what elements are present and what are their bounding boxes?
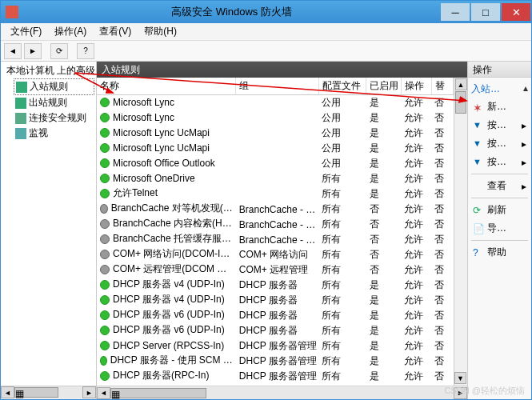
rules-list[interactable]: 名称 组 配置文件 已启用 操作 替 Microsoft Lync公用是允许否M…: [97, 78, 454, 386]
action-filter-profile[interactable]: ▼ 按… ▸: [471, 116, 528, 134]
col-override[interactable]: 替: [431, 78, 453, 95]
forward-button[interactable]: ►: [24, 43, 42, 59]
column-headers[interactable]: 名称 组 配置文件 已启用 操作 替: [97, 78, 454, 95]
vscroll-thumb[interactable]: [455, 91, 466, 114]
tree-root[interactable]: 本地计算机 上的高级: [2, 63, 94, 78]
rules-hscroll-thumb[interactable]: ▦: [110, 388, 206, 398]
action-filter-group[interactable]: ▼ 按… ▸: [471, 153, 528, 171]
tree-monitoring[interactable]: 监视: [14, 126, 94, 141]
col-action[interactable]: 操作: [401, 78, 431, 95]
rule-enabled: 否: [366, 262, 401, 278]
rule-override: 否: [431, 293, 453, 308]
rule-group: [236, 186, 318, 202]
table-row[interactable]: Microsoft Lync公用是允许否: [97, 110, 454, 126]
table-row[interactable]: DHCP 服务器(RPC-In)DHCP 服务器管理所有是允许否: [97, 369, 454, 384]
table-row[interactable]: Microsoft Lync UcMapi公用是允许否: [97, 126, 454, 141]
rule-status-icon: [100, 341, 110, 350]
menubar: 文件(F) 操作(A) 查看(V) 帮助(H): [1, 23, 531, 41]
action-view[interactable]: 查看 ▸: [471, 177, 528, 195]
table-row[interactable]: 允许Telnet所有是允许否: [97, 186, 454, 202]
menu-help[interactable]: 帮助(H): [138, 23, 183, 40]
rule-name: Microsoft Lync: [113, 97, 174, 108]
tree-scroll-thumb[interactable]: ▦: [14, 387, 58, 398]
table-row[interactable]: COM+ 网络访问(DCOM-I…COM+ 网络访问所有否允许否: [97, 247, 454, 262]
table-row[interactable]: Microsoft Office Outlook公用是允许否: [97, 156, 454, 171]
table-row[interactable]: BranchCache 内容检索(H…BranchCache - …所有否允许否: [97, 217, 454, 232]
rule-action: 允许: [401, 95, 431, 111]
col-profile[interactable]: 配置文件: [318, 78, 366, 95]
menu-view[interactable]: 查看(V): [93, 23, 138, 40]
rule-status-icon: [100, 174, 110, 183]
scroll-left-button[interactable]: ◄: [1, 386, 14, 398]
export-icon: 📄: [473, 223, 484, 234]
rules-scroll-left[interactable]: ◄: [97, 387, 110, 399]
tree-outbound-rules[interactable]: 出站规则: [14, 95, 94, 110]
back-button[interactable]: ◄: [4, 43, 22, 59]
table-row[interactable]: Microsoft Lync UcMapi公用是允许否: [97, 141, 454, 156]
rule-status-icon: [100, 219, 110, 229]
rule-action: 允许: [401, 110, 431, 126]
filter-icon: ▼: [473, 120, 484, 131]
rule-status-icon: [100, 356, 107, 366]
table-row[interactable]: Microsoft OneDrive所有是允许否: [97, 171, 454, 186]
rule-profile: 公用: [318, 156, 366, 171]
table-row[interactable]: COM+ 远程管理(DCOM …COM+ 远程管理所有否允许否: [97, 262, 454, 278]
maximize-button[interactable]: □: [471, 3, 500, 21]
action-refresh[interactable]: ⟳ 刷新: [471, 201, 528, 219]
rule-profile: 所有: [318, 369, 366, 384]
rule-enabled: 是: [366, 95, 401, 111]
rule-name: DHCP 服务器 v6 (UDP-In): [113, 323, 225, 337]
tree-hscroll[interactable]: ◄ ▦ ►: [1, 386, 96, 399]
table-row[interactable]: DHCP 服务器 v4 (UDP-In)DHCP 服务器所有是允许否: [97, 293, 454, 308]
rules-vscroll[interactable]: ▲ ▼: [454, 78, 467, 386]
table-row[interactable]: DHCP 服务器 v6 (UDP-In)DHCP 服务器所有是允许否: [97, 308, 454, 323]
action-export[interactable]: 📄 导…: [471, 219, 528, 238]
rule-group: DHCP 服务器管理: [236, 369, 318, 384]
tree-connection-security[interactable]: 连接安全规则: [14, 110, 94, 126]
scroll-up-button[interactable]: ▲: [455, 78, 467, 90]
col-group[interactable]: 组: [236, 78, 318, 95]
rule-action: 允许: [401, 354, 431, 369]
action-filter-state[interactable]: ▼ 按… ▸: [471, 134, 528, 153]
rule-override: 否: [431, 354, 453, 369]
rules-scroll-right[interactable]: ►: [454, 387, 467, 399]
action-help[interactable]: ? 帮助: [471, 243, 528, 262]
rule-group: DHCP 服务器: [236, 308, 318, 323]
menu-action[interactable]: 操作(A): [48, 23, 93, 40]
table-row[interactable]: Microsoft Lync公用是允许否: [97, 95, 454, 111]
scroll-down-button[interactable]: ▼: [454, 372, 466, 384]
help-toolbar-button[interactable]: ?: [77, 43, 94, 59]
rule-enabled: 否: [366, 232, 401, 247]
titlebar[interactable]: 高级安全 Windows 防火墙 ─ □ ✕: [1, 1, 531, 23]
refresh-toolbar-button[interactable]: ⟳: [50, 43, 68, 59]
rule-name: DHCP 服务器 v6 (UDP-In): [113, 308, 225, 322]
rule-action: 允许: [401, 247, 431, 262]
table-row[interactable]: DHCP 服务器 v4 (UDP-In)DHCP 服务器所有是允许否: [97, 278, 454, 293]
rule-group: BranchCache - …: [236, 202, 318, 217]
close-button[interactable]: ✕: [502, 3, 530, 21]
table-row[interactable]: BranchCache 托管缓存服…BranchCache - …所有否允许否: [97, 232, 454, 247]
rule-override: 否: [431, 186, 453, 202]
rule-override: 否: [431, 338, 453, 354]
action-new-rule[interactable]: ✶ 新…: [471, 98, 528, 116]
rule-profile: 所有: [318, 262, 366, 278]
rule-group: [236, 171, 318, 186]
col-enabled[interactable]: 已启用: [366, 78, 401, 95]
scroll-right-button[interactable]: ►: [82, 386, 96, 398]
menu-file[interactable]: 文件(F): [4, 23, 48, 40]
outbound-icon: [15, 98, 26, 109]
table-row[interactable]: DHCP 服务器(SMB-In)DHCP 服务器管理所有是允许否: [97, 384, 454, 386]
rules-hscroll[interactable]: ◄ ▦ ►: [97, 386, 467, 399]
col-name[interactable]: 名称: [97, 78, 236, 95]
table-row[interactable]: DHCP 服务器 v6 (UDP-In)DHCP 服务器所有是允许否: [97, 323, 454, 338]
table-row[interactable]: BranchCache 对等机发现(…BranchCache - …所有否允许否: [97, 202, 454, 217]
table-row[interactable]: DHCP Server (RPCSS-In)DHCP 服务器管理所有是允许否: [97, 338, 454, 354]
table-row[interactable]: DHCP 服务器 - 使用 SCM …DHCP 服务器管理所有是允许否: [97, 354, 454, 369]
rule-enabled: 是: [366, 308, 401, 323]
help-icon: ?: [473, 247, 484, 258]
rule-enabled: 否: [366, 217, 401, 232]
tree-inbound-rules[interactable]: 入站规则: [14, 78, 94, 95]
minimize-button[interactable]: ─: [441, 3, 470, 21]
rule-group: [236, 95, 318, 111]
rule-override: 否: [431, 171, 453, 186]
